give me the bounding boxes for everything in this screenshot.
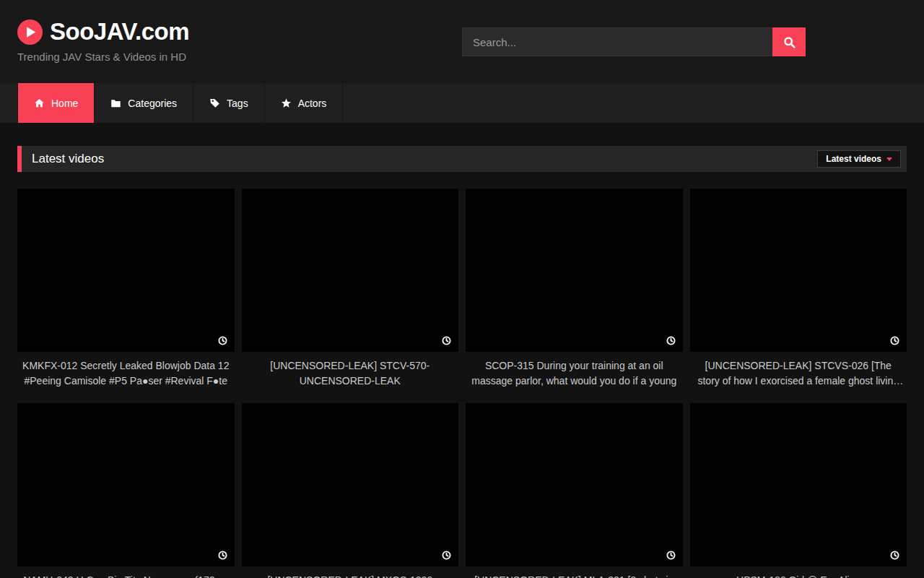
video-title[interactable]: NAMH-042 H Cup Big Tits Newcomer (170cm … bbox=[20, 573, 232, 578]
video-thumbnail[interactable] bbox=[466, 403, 683, 566]
search-input[interactable] bbox=[462, 27, 772, 56]
video-title[interactable]: HPSM-186 Girl @ Era Alice bbox=[693, 573, 905, 578]
clock-icon bbox=[666, 336, 676, 345]
nav-item-label: Tags bbox=[227, 98, 248, 109]
section-header: Latest videos Latest videos bbox=[17, 146, 907, 172]
site-title[interactable]: SooJAV.com bbox=[50, 18, 189, 46]
video-grid: KMKFX-012 Secretly Leaked Blowjob Data 1… bbox=[17, 189, 907, 578]
sort-dropdown[interactable]: Latest videos bbox=[817, 150, 901, 168]
video-title[interactable]: [UNCENSORED-LEAK] MXGS-1306 Absolutely bbox=[245, 573, 456, 578]
clock-icon bbox=[666, 551, 676, 560]
search-button[interactable] bbox=[772, 27, 806, 56]
video-thumbnail[interactable] bbox=[690, 189, 907, 352]
nav-item-label: Actors bbox=[298, 98, 327, 109]
site-header: SooJAV.com Trending JAV Stars & Videos i… bbox=[0, 0, 924, 83]
video-thumbnail[interactable] bbox=[17, 403, 235, 566]
clock-icon bbox=[890, 551, 899, 560]
section-title: Latest videos bbox=[32, 152, 104, 166]
video-card[interactable]: SCOP-315 During your training at an oil … bbox=[466, 189, 683, 389]
folder-icon bbox=[110, 98, 121, 108]
video-thumbnail[interactable] bbox=[466, 189, 683, 352]
video-title[interactable]: SCOP-315 During your training at an oil … bbox=[468, 358, 680, 389]
video-thumbnail[interactable] bbox=[242, 189, 459, 352]
nav-item-actors[interactable]: Actors bbox=[265, 83, 344, 123]
nav-item-label: Categories bbox=[128, 98, 177, 109]
video-title[interactable]: [UNCENSORED-LEAK] STCV-570-UNCENSORED-LE… bbox=[245, 358, 456, 389]
clock-icon bbox=[442, 336, 451, 345]
video-card[interactable]: KMKFX-012 Secretly Leaked Blowjob Data 1… bbox=[17, 189, 235, 389]
video-title[interactable]: [UNCENSORED-LEAK] STCVS-026 [The story o… bbox=[693, 358, 905, 389]
video-title[interactable]: [UNCENSORED-LEAK] MLA-231 [3 shots in bbox=[468, 573, 680, 578]
video-card[interactable]: HPSM-186 Girl @ Era Alice bbox=[690, 403, 907, 578]
main-content: Latest videos Latest videos KMKFX-012 Se… bbox=[0, 146, 924, 578]
clock-icon bbox=[442, 551, 451, 560]
nav-item-label: Home bbox=[51, 98, 78, 109]
video-card[interactable]: [UNCENSORED-LEAK] MLA-231 [3 shots in bbox=[466, 403, 683, 578]
search-icon bbox=[783, 36, 796, 48]
sort-dropdown-label: Latest videos bbox=[826, 154, 881, 164]
video-card[interactable]: [UNCENSORED-LEAK] MXGS-1306 Absolutely bbox=[242, 403, 459, 578]
search-form bbox=[462, 27, 806, 56]
video-title[interactable]: KMKFX-012 Secretly Leaked Blowjob Data 1… bbox=[20, 358, 232, 389]
star-icon bbox=[281, 98, 292, 108]
nav-item-home[interactable]: Home bbox=[17, 83, 95, 123]
tag-icon bbox=[209, 98, 220, 108]
video-thumbnail[interactable] bbox=[690, 403, 907, 566]
video-card[interactable]: [UNCENSORED-LEAK] STCV-570-UNCENSORED-LE… bbox=[242, 189, 459, 389]
video-thumbnail[interactable] bbox=[242, 403, 459, 566]
video-card[interactable]: [UNCENSORED-LEAK] STCVS-026 [The story o… bbox=[690, 189, 907, 389]
main-nav: Home Categories Tags Actors bbox=[0, 83, 924, 123]
caret-down-icon bbox=[886, 158, 892, 161]
clock-icon bbox=[218, 336, 227, 345]
clock-icon bbox=[890, 336, 899, 345]
nav-item-categories[interactable]: Categories bbox=[95, 83, 193, 123]
video-card[interactable]: NAMH-042 H Cup Big Tits Newcomer (170cm … bbox=[17, 403, 235, 578]
home-icon bbox=[34, 98, 45, 108]
play-circle-icon bbox=[17, 20, 43, 45]
video-thumbnail[interactable] bbox=[17, 189, 235, 352]
nav-item-tags[interactable]: Tags bbox=[193, 83, 265, 123]
clock-icon bbox=[218, 551, 227, 560]
